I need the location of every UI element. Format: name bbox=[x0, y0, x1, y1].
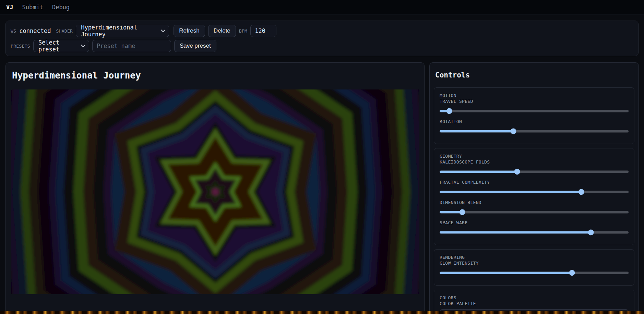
group-geometry: GEOMETRY KALEIDOSCOPE FOLDS FRACTAL COMP… bbox=[434, 148, 634, 245]
kaleidoscope-folds-slider[interactable] bbox=[440, 168, 629, 175]
slider-label-space-warp: SPACE WARP bbox=[440, 220, 629, 226]
chevron-down-icon bbox=[81, 43, 85, 47]
slider-track[interactable] bbox=[440, 130, 629, 133]
shader-view-panel: Hyperdimensional Journey bbox=[5, 62, 425, 314]
group-colors: COLORS COLOR PALETTE neon SATURATION bbox=[434, 290, 634, 314]
kaleidoscope-render bbox=[11, 89, 419, 294]
controls-panel: Controls MOTION TRAVEL SPEED ROTATION GE… bbox=[429, 62, 639, 314]
brand-logo[interactable]: VJ bbox=[6, 4, 13, 11]
dimension-blend-slider[interactable] bbox=[440, 209, 629, 216]
slider-thumb[interactable] bbox=[588, 230, 594, 236]
slider-fill bbox=[440, 272, 572, 274]
slider-track[interactable] bbox=[440, 272, 629, 274]
slider-track[interactable] bbox=[440, 191, 629, 193]
slider-track[interactable] bbox=[440, 110, 629, 112]
group-name: GEOMETRY bbox=[440, 153, 629, 159]
space-warp-slider[interactable] bbox=[440, 229, 629, 236]
group-name: MOTION bbox=[440, 93, 629, 98]
slider-label-fractal-complexity: FRACTAL COMPLEXITY bbox=[440, 179, 629, 185]
slider-thumb[interactable] bbox=[460, 209, 465, 215]
select-label-color-palette: COLOR PALETTE bbox=[440, 301, 629, 306]
controls-title: Controls bbox=[435, 71, 634, 79]
shader-select[interactable]: Hyperdimensional Journey bbox=[76, 25, 169, 37]
preset-name-input[interactable] bbox=[92, 40, 171, 52]
shader-label: SHADER bbox=[56, 28, 73, 34]
shader-preview-canvas bbox=[11, 89, 419, 294]
slider-thumb[interactable] bbox=[446, 108, 452, 114]
preset-select[interactable]: Select preset bbox=[33, 40, 89, 52]
slider-fill bbox=[440, 171, 517, 173]
refresh-button[interactable]: Refresh bbox=[174, 25, 205, 37]
slider-thumb[interactable] bbox=[569, 270, 575, 276]
slider-label-dimension-blend: DIMENSION BLEND bbox=[440, 200, 629, 205]
slider-track[interactable] bbox=[440, 171, 629, 173]
bottom-shader-strip bbox=[0, 311, 644, 314]
toolbar-row-presets: PRESETS Select preset Save preset bbox=[11, 40, 633, 52]
nav-link-debug[interactable]: Debug bbox=[52, 4, 70, 11]
slider-fill bbox=[440, 130, 513, 133]
slider-label-travel-speed: TRAVEL SPEED bbox=[440, 98, 629, 104]
slider-thumb[interactable] bbox=[514, 169, 520, 175]
preset-select-value: Select preset bbox=[38, 39, 77, 53]
bpm-input[interactable] bbox=[250, 25, 276, 37]
group-motion: MOTION TRAVEL SPEED ROTATION bbox=[434, 87, 634, 144]
bpm-label: BPM bbox=[239, 28, 247, 34]
glow-intensity-slider[interactable] bbox=[440, 269, 629, 276]
shader-title: Hyperdimensional Journey bbox=[12, 70, 419, 81]
slider-fill bbox=[440, 231, 591, 234]
toolbar-panel: WS connected SHADER Hyperdimensional Jou… bbox=[5, 21, 639, 56]
ws-label: WS bbox=[11, 28, 16, 34]
slider-label-glow-intensity: GLOW INTENSITY bbox=[440, 260, 629, 266]
group-rendering: RENDERING GLOW INTENSITY bbox=[434, 249, 634, 286]
slider-label-rotation: ROTATION bbox=[440, 119, 629, 124]
chevron-down-icon bbox=[161, 28, 165, 32]
group-name: RENDERING bbox=[440, 254, 629, 260]
travel-speed-slider[interactable] bbox=[440, 108, 629, 114]
fractal-complexity-slider[interactable] bbox=[440, 189, 629, 195]
slider-fill bbox=[440, 191, 581, 193]
slider-label-kaleidoscope-folds: KALEIDOSCOPE FOLDS bbox=[440, 159, 629, 165]
slider-thumb[interactable] bbox=[510, 129, 516, 134]
slider-thumb[interactable] bbox=[579, 189, 584, 195]
ws-status: connected bbox=[19, 27, 51, 34]
delete-button[interactable]: Delete bbox=[208, 25, 236, 37]
group-name: COLORS bbox=[440, 295, 629, 301]
toolbar-row-shader: WS connected SHADER Hyperdimensional Jou… bbox=[11, 25, 633, 37]
presets-label: PRESETS bbox=[11, 44, 30, 49]
save-preset-button[interactable]: Save preset bbox=[174, 40, 216, 52]
top-nav: VJ Submit Debug bbox=[0, 0, 644, 14]
shader-select-value: Hyperdimensional Journey bbox=[81, 24, 157, 38]
slider-track[interactable] bbox=[440, 231, 629, 234]
slider-fill bbox=[440, 211, 462, 214]
rotation-slider[interactable] bbox=[440, 128, 629, 135]
slider-track[interactable] bbox=[440, 211, 629, 214]
nav-link-submit[interactable]: Submit bbox=[22, 4, 43, 11]
